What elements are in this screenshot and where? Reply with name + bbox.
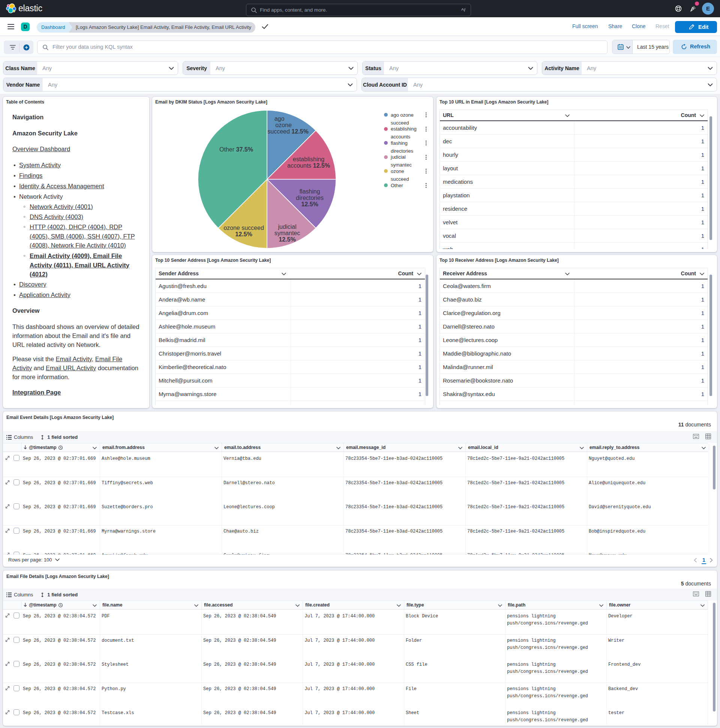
svg-text:accounts 12.5%: accounts 12.5%	[287, 162, 330, 169]
svg-text:directories: directories	[296, 195, 324, 201]
svg-text:ozone: ozone	[275, 122, 292, 128]
svg-text:12.5%: 12.5%	[235, 231, 252, 237]
svg-text:12.5%: 12.5%	[301, 201, 318, 207]
svg-text:flashing: flashing	[299, 188, 320, 195]
svg-text:succeed 12.5%: succeed 12.5%	[268, 128, 308, 135]
svg-text:judicial: judicial	[278, 223, 297, 230]
svg-text:symantec: symantec	[275, 230, 300, 236]
svg-text:12.5%: 12.5%	[279, 236, 295, 243]
svg-text:Other 37.5%: Other 37.5%	[219, 146, 253, 153]
svg-text:ozone succeed: ozone succeed	[223, 225, 264, 231]
svg-text:establishing: establishing	[293, 156, 325, 162]
svg-text:ago: ago	[275, 116, 284, 122]
